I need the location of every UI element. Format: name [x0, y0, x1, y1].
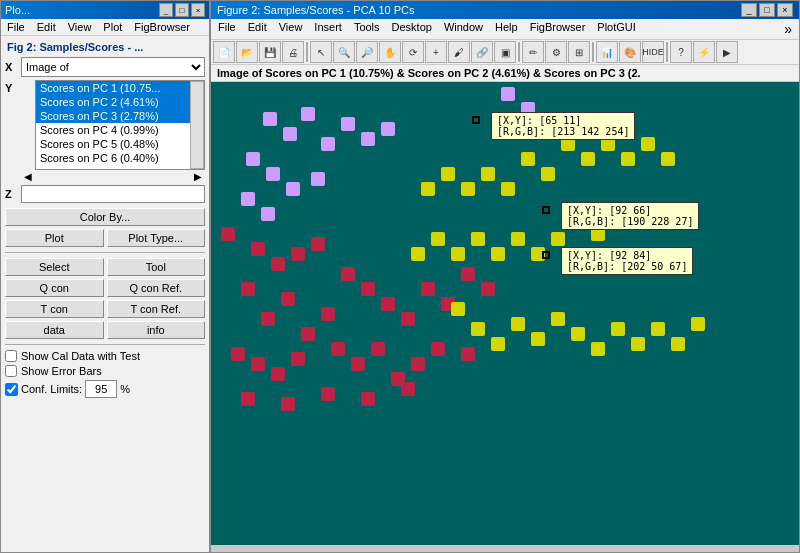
- fig-titlebar-btns: _ □ ×: [741, 3, 793, 17]
- tb-zoom-in[interactable]: 🔎: [356, 41, 378, 63]
- tb-colormap[interactable]: 🎨: [619, 41, 641, 63]
- fig-menu-plotgui[interactable]: PlotGUI: [594, 20, 639, 38]
- fig-toolbar: 📄 📂 💾 🖨 ↖ 🔍 🔎 ✋ ⟳ + 🖌 🔗 ▣ ✏ ⚙ ⊞ 📊 🎨 HIDE…: [211, 40, 799, 65]
- percent-label: %: [120, 383, 130, 395]
- y-list-item[interactable]: Scores on PC 5 (0.48%): [36, 137, 190, 151]
- menu-view[interactable]: View: [64, 20, 96, 34]
- scatter-dot: [541, 167, 555, 181]
- tb-extra1[interactable]: ⚡: [693, 41, 715, 63]
- scatter-dot: [241, 282, 255, 296]
- menu-figbrowser[interactable]: FigBrowser: [130, 20, 194, 34]
- scatter-dot: [266, 167, 280, 181]
- data-info-row: data info: [5, 321, 205, 339]
- fig-menu-desktop[interactable]: Desktop: [389, 20, 435, 38]
- fig-menu-bar: File Edit View Insert Tools Desktop Wind…: [211, 19, 799, 40]
- tb-arrow[interactable]: ↖: [310, 41, 332, 63]
- scatter-dot: [263, 112, 277, 126]
- tooltip-3: [X,Y]: [92 84] [R,G,B]: [202 50 67]: [561, 247, 693, 275]
- tb-help[interactable]: ?: [670, 41, 692, 63]
- data-btn[interactable]: data: [5, 321, 104, 339]
- scatter-dot: [491, 247, 505, 261]
- right-panel: Figure 2: Samples/Scores - PCA 10 PCs _ …: [210, 0, 800, 553]
- tb-save[interactable]: 💾: [259, 41, 281, 63]
- fig-menu-tools[interactable]: Tools: [351, 20, 383, 38]
- fig-title: Figure 2: Samples/Scores - PCA 10 PCs: [217, 4, 414, 16]
- fig-menu-view[interactable]: View: [276, 20, 306, 38]
- fig-menu-figbrowser[interactable]: FigBrowser: [527, 20, 589, 38]
- fig-menu-edit[interactable]: Edit: [245, 20, 270, 38]
- tb-new[interactable]: 📄: [213, 41, 235, 63]
- scatter-dot: [691, 317, 705, 331]
- tb-link[interactable]: 🔗: [471, 41, 493, 63]
- tb-pan[interactable]: ✋: [379, 41, 401, 63]
- conf-checkbox[interactable]: [5, 383, 18, 396]
- scroll-left-btn[interactable]: ◀: [21, 171, 35, 182]
- q-con-ref-btn[interactable]: Q con Ref.: [107, 279, 206, 297]
- tb-settings[interactable]: ⚙: [545, 41, 567, 63]
- plot-type-btn[interactable]: Plot Type...: [107, 229, 206, 247]
- y-list-item[interactable]: Scores on PC 3 (2.78%): [36, 109, 190, 123]
- y-list-item[interactable]: Scores on PC 2 (4.61%): [36, 95, 190, 109]
- scatter-dot: [261, 312, 275, 326]
- tb-brush[interactable]: 🖌: [448, 41, 470, 63]
- show-cal-checkbox[interactable]: [5, 350, 17, 362]
- left-menu-bar: File Edit View Plot FigBrowser: [1, 19, 209, 36]
- y-list-item[interactable]: Scores on PC 6 (0.40%): [36, 151, 190, 165]
- conf-value-input[interactable]: [85, 380, 117, 398]
- close-btn[interactable]: ×: [191, 3, 205, 17]
- y-scrollbar[interactable]: [190, 81, 204, 169]
- tb-open[interactable]: 📂: [236, 41, 258, 63]
- show-error-checkbox[interactable]: [5, 365, 17, 377]
- maximize-btn[interactable]: □: [175, 3, 189, 17]
- scatter-dot: [521, 152, 535, 166]
- tool-btn[interactable]: Tool: [107, 258, 206, 276]
- tb-search[interactable]: 🔍: [333, 41, 355, 63]
- fig-close-btn[interactable]: ×: [777, 3, 793, 17]
- x-dropdown[interactable]: Image of: [21, 57, 205, 77]
- t-con-btn[interactable]: T con: [5, 300, 104, 318]
- tb-grid[interactable]: ⊞: [568, 41, 590, 63]
- tb-insert-colorbar[interactable]: ▣: [494, 41, 516, 63]
- divider-2: [5, 344, 205, 345]
- scatter-dot: [411, 357, 425, 371]
- tb-data-cursor[interactable]: +: [425, 41, 447, 63]
- fig-menu-help[interactable]: Help: [492, 20, 521, 38]
- left-titlebar: Plo... _ □ ×: [1, 1, 209, 19]
- tooltip-marker: [472, 116, 480, 124]
- plot-btn[interactable]: Plot: [5, 229, 104, 247]
- color-by-btn[interactable]: Color By...: [5, 208, 205, 226]
- plot-area[interactable]: [X,Y]: [65 11] [R,G,B]: [213 142 254] [X…: [211, 82, 799, 545]
- scatter-dot: [461, 267, 475, 281]
- scatter-dot: [281, 397, 295, 411]
- t-con-ref-btn[interactable]: T con Ref.: [107, 300, 206, 318]
- y-list-item[interactable]: Scores on PC 1 (10.75...: [36, 81, 190, 95]
- fig-menu-arrow[interactable]: »: [781, 20, 795, 38]
- tooltip-marker: [542, 206, 550, 214]
- tb-print[interactable]: 🖨: [282, 41, 304, 63]
- fig-menu-file[interactable]: File: [215, 20, 239, 38]
- minimize-btn[interactable]: _: [159, 3, 173, 17]
- menu-edit[interactable]: Edit: [33, 20, 60, 34]
- tb-extra2[interactable]: ▶: [716, 41, 738, 63]
- fig-minimize-btn[interactable]: _: [741, 3, 757, 17]
- tb-rotate[interactable]: ⟳: [402, 41, 424, 63]
- fig-menu-window[interactable]: Window: [441, 20, 486, 38]
- scatter-dot: [251, 242, 265, 256]
- menu-file[interactable]: File: [3, 20, 29, 34]
- tb-hide[interactable]: HIDE: [642, 41, 664, 63]
- info-btn[interactable]: info: [107, 321, 206, 339]
- select-btn[interactable]: Select: [5, 258, 104, 276]
- left-panel: Plo... _ □ × File Edit View Plot FigBrow…: [0, 0, 210, 553]
- q-con-btn[interactable]: Q con: [5, 279, 104, 297]
- tb-axes[interactable]: 📊: [596, 41, 618, 63]
- fig-menu-insert[interactable]: Insert: [311, 20, 345, 38]
- z-input[interactable]: [21, 185, 205, 203]
- scroll-right-btn[interactable]: ▶: [191, 171, 205, 182]
- fig-maximize-btn[interactable]: □: [759, 3, 775, 17]
- tcon-row: T con T con Ref.: [5, 300, 205, 318]
- tb-edit[interactable]: ✏: [522, 41, 544, 63]
- scatter-dot: [291, 352, 305, 366]
- menu-plot[interactable]: Plot: [99, 20, 126, 34]
- y-list-item[interactable]: Scores on PC 4 (0.99%): [36, 123, 190, 137]
- scatter-dot: [311, 172, 325, 186]
